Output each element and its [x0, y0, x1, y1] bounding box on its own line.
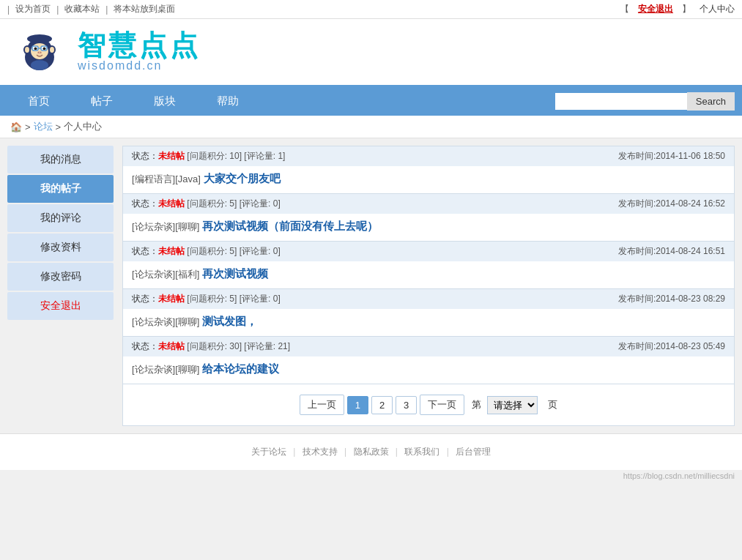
next-page-button[interactable]: 下一页: [420, 395, 464, 415]
top-logout-link[interactable]: 安全退出: [638, 3, 673, 15]
site-name-chinese: 智慧点点: [78, 31, 201, 59]
separator: |: [56, 4, 59, 15]
sidebar-item-logout[interactable]: 安全退出: [7, 292, 114, 320]
post-tags: [论坛杂谈][聊聊]: [132, 364, 199, 375]
page-1-button[interactable]: 1: [347, 396, 368, 414]
top-bar-right: 【安全退出】 个人中心: [620, 3, 735, 15]
svg-point-12: [38, 52, 40, 53]
footer-tech[interactable]: 技术支持: [303, 447, 338, 457]
post-tags: [编程语言][Java]: [132, 173, 201, 184]
post-card: 状态：未结帖 [问题积分: 5] [评论量: 0] 发布时间:2014-08-2…: [123, 289, 734, 337]
post-body: [论坛杂谈][福利] 再次测试视频: [123, 261, 734, 288]
separator: |: [105, 4, 108, 15]
main-layout: 我的消息 我的帖子 我的评论 修改资料 修改密码 安全退出 状态：未结帖 [问题…: [7, 146, 735, 426]
content-area: 状态：未结帖 [问题积分: 10] [评论量: 1] 发布时间:2014-11-…: [122, 146, 735, 426]
page-jump-select[interactable]: 请选择 1 2 3: [487, 396, 538, 414]
nav-help[interactable]: 帮助: [196, 87, 259, 116]
post-points: [问题积分: 5] [评论量: 0]: [187, 198, 280, 209]
post-points: [问题积分: 5] [评论量: 0]: [187, 246, 280, 256]
post-card: 状态：未结帖 [问题积分: 5] [评论量: 0] 发布时间:2014-08-2…: [123, 194, 734, 242]
status-value: 未结帖: [158, 246, 185, 256]
svg-point-6: [50, 47, 54, 53]
post-header: 状态：未结帖 [问题积分: 5] [评论量: 0] 发布时间:2014-08-2…: [123, 242, 734, 261]
post-status: 状态：未结帖 [问题积分: 5] [评论量: 0]: [132, 198, 281, 210]
bracket-left: 【: [620, 3, 629, 15]
post-tags: [论坛杂谈][福利]: [132, 269, 199, 280]
search-button[interactable]: Search: [687, 92, 735, 111]
post-status: 状态：未结帖 [问题积分: 5] [评论量: 0]: [132, 293, 281, 305]
nav-search: Search: [555, 92, 735, 111]
post-card: 状态：未结帖 [问题积分: 10] [评论量: 1] 发布时间:2014-11-…: [123, 146, 734, 194]
site-name-english: wisdomdd.cn: [78, 59, 201, 72]
page-2-button[interactable]: 2: [371, 396, 393, 414]
top-bar-left: | 设为首页 | 收藏本站 | 将本站放到桌面: [7, 3, 175, 15]
sidebar: 我的消息 我的帖子 我的评论 修改资料 修改密码 安全退出: [7, 146, 114, 426]
post-title[interactable]: 给本论坛的建议: [202, 362, 279, 375]
nav-home[interactable]: 首页: [7, 87, 70, 116]
post-body: [编程语言][Java] 大家交个朋友吧: [123, 166, 734, 193]
nav-bar: 首页 帖子 版块 帮助 Search: [0, 87, 742, 116]
post-card: 状态：未结帖 [问题积分: 5] [评论量: 0] 发布时间:2014-08-2…: [123, 242, 734, 289]
nav-sections[interactable]: 版块: [133, 87, 196, 116]
post-body: [论坛杂谈][聊聊] 给本论坛的建议: [123, 356, 734, 384]
monkey-svg: [15, 26, 64, 76]
status-value: 未结帖: [158, 294, 185, 304]
separator: |: [7, 4, 10, 15]
post-date: 发布时间:2014-08-23 05:49: [618, 340, 725, 353]
post-header: 状态：未结帖 [问题积分: 10] [评论量: 1] 发布时间:2014-11-…: [123, 146, 734, 166]
svg-point-18: [31, 60, 48, 70]
svg-point-4: [25, 47, 29, 53]
sidebar-item-password[interactable]: 修改密码: [7, 263, 114, 291]
bookmark-link[interactable]: 收藏本站: [64, 3, 100, 15]
post-title[interactable]: 再次测试视频（前面没有传上去呢）: [202, 220, 378, 232]
footer-privacy[interactable]: 隐私政策: [354, 447, 389, 457]
post-date: 发布时间:2014-08-24 16:52: [618, 198, 725, 210]
svg-point-13: [40, 52, 42, 53]
status-value: 未结帖: [158, 341, 185, 351]
sidebar-item-messages[interactable]: 我的消息: [7, 146, 114, 173]
footer-about[interactable]: 关于论坛: [251, 447, 286, 457]
user-center-link[interactable]: 个人中心: [700, 3, 735, 15]
footer-admin[interactable]: 后台管理: [456, 447, 491, 457]
post-date: 发布时间:2014-08-23 08:29: [618, 293, 725, 305]
post-title[interactable]: 再次测试视频: [202, 267, 268, 280]
page-3-button[interactable]: 3: [396, 396, 417, 414]
breadcrumb-current: 个人中心: [64, 120, 102, 133]
footer: 关于论坛 | 技术支持 | 隐私政策 | 联系我们 | 后台管理: [0, 433, 742, 470]
post-tags: [论坛杂谈][聊聊]: [132, 221, 199, 232]
post-status: 状态：未结帖 [问题积分: 30] [评论量: 21]: [132, 340, 290, 353]
post-tags: [论坛杂谈][聊聊]: [132, 316, 199, 327]
post-status: 状态：未结帖 [问题积分: 5] [评论量: 0]: [132, 245, 281, 258]
footer-contact[interactable]: 联系我们: [404, 447, 439, 457]
svg-point-14: [27, 34, 52, 43]
desktop-link[interactable]: 将本站放到桌面: [114, 3, 175, 15]
post-body: [论坛杂谈][聊聊] 测试发图，: [123, 309, 734, 336]
post-points: [问题积分: 30] [评论量: 21]: [187, 341, 290, 351]
sidebar-item-comments[interactable]: 我的评论: [7, 204, 114, 232]
sidebar-item-profile[interactable]: 修改资料: [7, 234, 114, 261]
nav-posts[interactable]: 帖子: [70, 87, 133, 116]
set-homepage-link[interactable]: 设为首页: [15, 3, 51, 15]
top-bar: | 设为首页 | 收藏本站 | 将本站放到桌面 【安全退出】 个人中心: [0, 0, 742, 19]
svg-point-9: [34, 48, 37, 51]
prev-page-button[interactable]: 上一页: [300, 395, 344, 415]
search-input[interactable]: [555, 93, 687, 110]
post-header: 状态：未结帖 [问题积分: 5] [评论量: 0] 发布时间:2014-08-2…: [123, 194, 734, 214]
status-value: 未结帖: [158, 198, 185, 209]
watermark: https://blog.csdn.net/milliecsdni: [0, 470, 742, 483]
post-title[interactable]: 测试发图，: [202, 315, 257, 327]
post-header: 状态：未结帖 [问题积分: 5] [评论量: 0] 发布时间:2014-08-2…: [123, 289, 734, 309]
pagination: 上一页 1 2 3 下一页 第 请选择 1 2 3 页: [123, 384, 734, 425]
post-title[interactable]: 大家交个朋友吧: [204, 172, 281, 184]
page-label: 页: [548, 398, 557, 411]
post-date: 发布时间:2014-11-06 18:50: [618, 150, 725, 163]
post-points: [问题积分: 10] [评论量: 1]: [187, 151, 285, 161]
bracket-right: 】: [682, 3, 691, 15]
post-date: 发布时间:2014-08-24 16:51: [618, 245, 725, 258]
post-header: 状态：未结帖 [问题积分: 30] [评论量: 21] 发布时间:2014-08…: [123, 337, 734, 356]
home-icon: 🏠: [10, 122, 22, 132]
breadcrumb-forum[interactable]: 论坛: [34, 120, 53, 133]
breadcrumb-sep2: >: [56, 122, 62, 132]
logo-icon: [15, 26, 66, 78]
sidebar-item-posts[interactable]: 我的帖子: [7, 175, 114, 203]
